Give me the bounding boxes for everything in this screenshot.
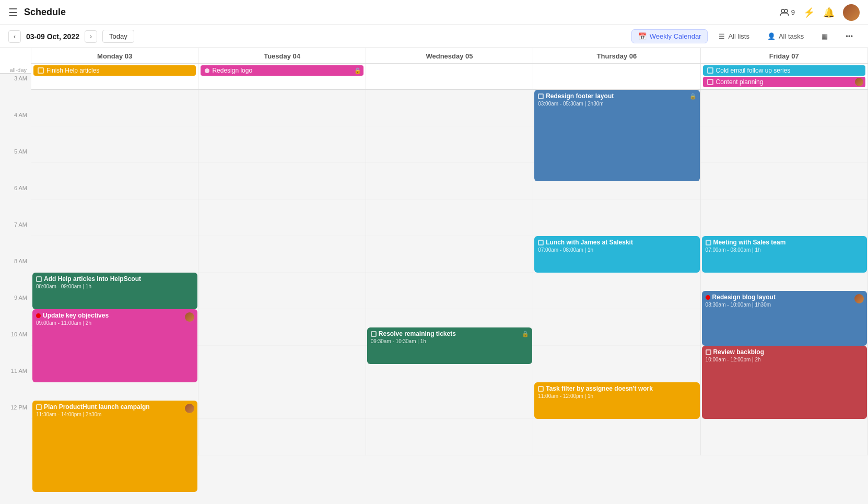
event-time-1: 07:00am - 08:00am | 1h — [538, 247, 696, 253]
hour-cell — [366, 419, 533, 455]
time-label: 6 AM — [0, 184, 31, 220]
event-title-6: Redesign blog layout — [706, 294, 863, 301]
timed-event-4[interactable]: Update key objectives09:00am - 11:00am |… — [32, 309, 197, 382]
hour-cell — [198, 90, 365, 126]
time-gutter-labels: 3 AM4 AM5 AM6 AM7 AM8 AM9 AM10 AM11 AM12… — [0, 74, 31, 440]
hour-cell — [366, 382, 533, 419]
allday-cell-thu — [533, 64, 700, 89]
hour-cell — [701, 163, 867, 200]
event-checkbox-0[interactable] — [538, 93, 544, 99]
event-title-8: Task filter by assignee doesn't work — [538, 385, 696, 392]
event-checkbox-7[interactable] — [706, 349, 711, 355]
toolbar-right: 📅 Weekly Calendar ☰ All lists 👤 All task… — [631, 29, 860, 43]
event-checkbox-5[interactable] — [371, 331, 377, 337]
card-view-button[interactable]: ▦ — [815, 29, 835, 43]
hour-cell — [198, 382, 365, 419]
event-time-9: 11:30am - 14:00pm | 2h30m — [36, 412, 194, 417]
content-planning-avatar — [855, 78, 863, 86]
event-checkbox-8[interactable] — [538, 386, 544, 392]
hour-cell — [366, 236, 533, 273]
weekly-calendar-view-button[interactable]: 📅 Weekly Calendar — [631, 29, 708, 43]
prev-week-button[interactable]: ‹ — [8, 30, 21, 43]
finish-help-checkbox[interactable] — [38, 67, 44, 74]
time-label: 12 PM — [0, 403, 31, 440]
allday-label: all-day — [0, 67, 31, 74]
timed-event-2[interactable]: Meeting with Sales team07:00am - 08:00am… — [702, 236, 867, 273]
grid-body: Add Help articles into HelpScout08:00am … — [31, 90, 868, 455]
main-area: Monday 03 Tuesday 04 Wednesday 05 Thursd… — [31, 48, 868, 504]
users-icon: 9 — [780, 8, 795, 17]
nav-right: 9 ⚡ 🔔 — [780, 4, 860, 21]
hour-cell — [31, 236, 198, 273]
allday-row: Finish Help articles Redesign logo 🔒 Col… — [31, 64, 868, 90]
hour-cell — [366, 200, 533, 236]
event-dot-6 — [706, 295, 710, 300]
time-label: 7 AM — [0, 220, 31, 257]
event-title-5: Resolve remaining tickets — [371, 330, 529, 337]
day-header-thu: Thursday 06 — [533, 48, 700, 63]
menu-icon[interactable]: ☰ — [8, 6, 18, 19]
event-time-5: 09:30am - 10:30am | 1h — [371, 338, 529, 344]
allday-event-content-planning[interactable]: Content planning — [703, 77, 865, 87]
event-time-7: 10:00am - 12:00pm | 2h — [706, 357, 863, 362]
allday-cell-tue: Redesign logo 🔒 — [198, 64, 366, 89]
hour-cell — [31, 90, 198, 126]
cold-email-title: Cold email follow up series — [716, 67, 791, 74]
calendar-container: all-day 3 AM4 AM5 AM6 AM7 AM8 AM9 AM10 A… — [0, 48, 868, 504]
event-title-9: Plan ProductHunt launch campaign — [36, 403, 194, 411]
grid-col-2 — [366, 90, 533, 455]
finish-help-title: Finish Help articles — [46, 67, 99, 74]
event-lock-icon-0: 🔒 — [689, 93, 697, 100]
allday-cell-mon: Finish Help articles — [31, 64, 198, 89]
next-week-button[interactable]: › — [85, 30, 97, 43]
app-title: Schedule — [24, 7, 66, 18]
timed-event-5[interactable]: Resolve remaining tickets09:30am - 10:30… — [367, 327, 532, 364]
timed-event-3[interactable]: Add Help articles into HelpScout08:00am … — [32, 273, 197, 309]
hour-cell — [198, 163, 365, 200]
allday-event-redesign-logo[interactable]: Redesign logo 🔒 — [201, 65, 363, 76]
hour-cell — [31, 163, 198, 200]
time-label: 3 AM — [0, 74, 31, 111]
event-time-4: 09:00am - 11:00am | 2h — [36, 320, 194, 326]
hour-cell — [198, 273, 365, 309]
bell-icon[interactable]: 🔔 — [823, 7, 835, 18]
hour-cell — [533, 273, 700, 309]
timed-event-9[interactable]: Plan ProductHunt launch campaign11:30am … — [32, 401, 197, 492]
event-checkbox-2[interactable] — [706, 240, 711, 245]
timed-event-6[interactable]: Redesign blog layout08:30am - 10:00am | … — [702, 291, 867, 346]
all-lists-view-button[interactable]: ☰ All lists — [712, 29, 756, 43]
grid-col-1 — [198, 90, 366, 455]
timed-event-1[interactable]: Lunch with James at Saleskit07:00am - 08… — [534, 236, 699, 273]
hour-cell — [701, 90, 867, 126]
redesign-logo-lock-icon: 🔒 — [354, 67, 361, 74]
timed-event-7[interactable]: Review backblog10:00am - 12:00pm | 2h — [702, 346, 867, 419]
svg-point-0 — [781, 9, 784, 13]
hour-cell — [533, 419, 700, 455]
lightning-icon[interactable]: ⚡ — [803, 7, 815, 18]
timed-event-8[interactable]: Task filter by assignee doesn't work11:0… — [534, 382, 699, 419]
avatar[interactable] — [843, 4, 860, 21]
more-options-button[interactable]: ••• — [839, 29, 860, 43]
time-grid-scroll[interactable]: Add Help articles into HelpScout08:00am … — [31, 90, 868, 504]
event-checkbox-1[interactable] — [538, 240, 544, 245]
hour-cell — [366, 126, 533, 163]
today-button[interactable]: Today — [102, 30, 134, 43]
hour-cell — [701, 126, 867, 163]
allday-cell-wed — [366, 64, 533, 89]
content-planning-checkbox[interactable] — [707, 79, 713, 85]
date-range: 03-09 Oct, 2022 — [26, 32, 79, 41]
allday-event-cold-email[interactable]: Cold email follow up series — [703, 65, 865, 76]
hour-cell — [366, 163, 533, 200]
allday-event-finish-help[interactable]: Finish Help articles — [33, 65, 196, 76]
event-time-0: 03:00am - 05:30am | 2h30m — [538, 101, 696, 107]
svg-point-1 — [784, 9, 788, 13]
nav-left: ☰ Schedule — [8, 6, 66, 19]
event-checkbox-3[interactable] — [36, 276, 42, 282]
all-tasks-view-button[interactable]: 👤 All tasks — [760, 29, 811, 43]
timed-event-0[interactable]: Redesign footer layout03:00am - 05:30am … — [534, 90, 699, 181]
cold-email-checkbox[interactable] — [707, 67, 713, 74]
event-checkbox-9[interactable] — [36, 404, 42, 410]
day-header-fri: Friday 07 — [701, 48, 868, 63]
top-nav: ☰ Schedule 9 ⚡ 🔔 — [0, 0, 868, 25]
event-title-7: Review backblog — [706, 348, 863, 356]
